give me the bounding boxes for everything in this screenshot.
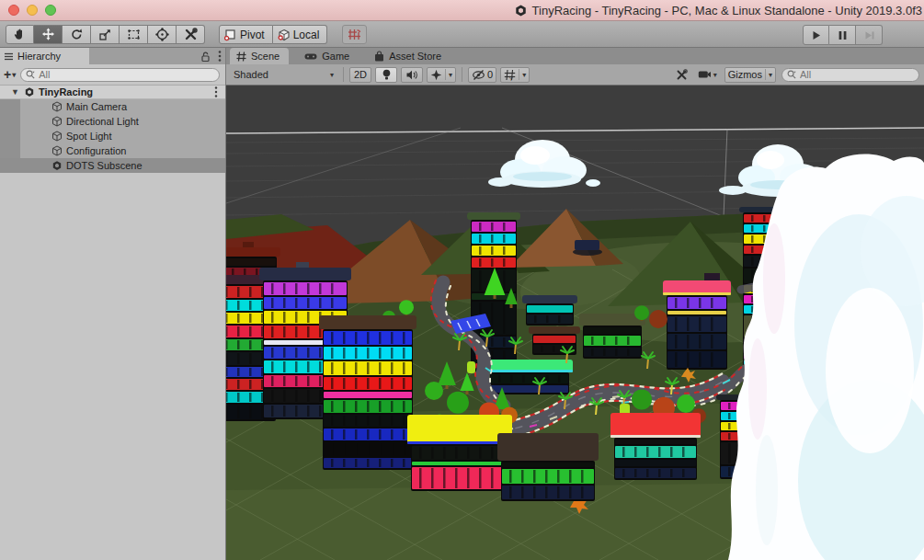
divider: [343, 67, 344, 82]
unity-scene-icon: [24, 86, 35, 97]
hierarchy-item-configuration[interactable]: Configuration: [0, 143, 225, 158]
scene-camera-dropdown[interactable]: ▾: [696, 69, 719, 80]
rect-tool-icon: [126, 27, 142, 42]
list-icon: [4, 51, 14, 62]
speaker-icon: [405, 69, 418, 81]
scene-name: TinyRacing: [39, 85, 93, 99]
hand-icon: [12, 27, 28, 42]
pivot-local-group: Pivot Local: [219, 25, 327, 44]
scene-search-input[interactable]: [800, 69, 913, 80]
window-titlebar: TinyRacing - TinyRacing - PC, Mac & Linu…: [0, 0, 924, 21]
pause-icon: [836, 29, 850, 42]
scene-visibility-button[interactable]: 0: [468, 67, 496, 83]
tab-scene[interactable]: Scene: [230, 48, 289, 64]
transform-icon: [154, 27, 170, 42]
grid-icon: Y: [504, 69, 516, 81]
window-title: TinyRacing - TinyRacing - PC, Mac & Linu…: [514, 2, 922, 19]
tab-asset-store[interactable]: Asset Store: [368, 48, 451, 64]
lighting-toggle-button[interactable]: [375, 67, 397, 83]
step-button[interactable]: [856, 25, 883, 45]
local-cube-icon: [278, 29, 291, 41]
rotate-icon: [69, 27, 85, 42]
expand-triangle-icon[interactable]: ▼: [11, 87, 19, 97]
hierarchy-item-spot-light[interactable]: Spot Light: [0, 129, 225, 143]
unity-scene-icon: [51, 160, 63, 171]
scene-root-row[interactable]: ▼ TinyRacing: [0, 85, 225, 99]
grid-snap-icon: [348, 28, 361, 41]
hand-tool-button[interactable]: [6, 25, 34, 44]
scale-icon: [97, 27, 113, 42]
pause-button[interactable]: [829, 25, 856, 45]
zoom-window-button[interactable]: [45, 5, 56, 16]
cube-icon: [51, 145, 63, 156]
cube-icon: [51, 116, 63, 127]
viewport-canvas[interactable]: [226, 86, 924, 560]
gamepad-icon: [304, 51, 317, 62]
tab-game[interactable]: Game: [298, 48, 359, 64]
search-icon: [786, 69, 797, 80]
custom-tools-button[interactable]: [177, 25, 205, 44]
divider: [445, 69, 446, 80]
camera-icon: [698, 69, 712, 80]
main-toolbar: Pivot Local: [0, 21, 924, 48]
chevron-down-icon: ▾: [449, 71, 452, 79]
cube-icon: [51, 101, 63, 112]
effects-sparkle-icon: [430, 69, 442, 81]
grid-snap-button[interactable]: [342, 25, 367, 44]
divider: [519, 69, 519, 80]
rotate-tool-button[interactable]: [63, 25, 91, 44]
move-tool-button[interactable]: [34, 25, 63, 44]
hidden-count: 0: [487, 69, 493, 80]
pivot-icon: [224, 29, 237, 41]
hierarchy-item-dots-subscene[interactable]: DOTS Subscene: [0, 158, 225, 173]
grid-icon: [236, 51, 246, 62]
effects-dropdown-button[interactable]: ▾: [427, 67, 456, 83]
step-icon: [862, 29, 876, 42]
cube-icon: [51, 131, 63, 142]
hierarchy-search-row: +▾: [0, 64, 225, 85]
chevron-down-icon: ▾: [330, 71, 334, 79]
divider: [462, 67, 462, 82]
transform-tools: [6, 25, 205, 44]
lock-icon[interactable]: [200, 51, 211, 63]
play-controls: [803, 25, 883, 45]
divider: [765, 69, 766, 80]
chevron-down-icon: ▾: [769, 71, 772, 79]
2d-toggle-button[interactable]: 2D: [349, 67, 371, 83]
audio-toggle-button[interactable]: [401, 67, 423, 83]
search-icon: [25, 69, 36, 80]
hierarchy-search-input[interactable]: [39, 69, 213, 80]
scene-panel: Scene Game Asset Store Shaded ▾ 2D: [226, 48, 924, 560]
hierarchy-search-field[interactable]: [20, 68, 220, 82]
kebab-menu-icon[interactable]: [218, 50, 222, 63]
scene-search-field[interactable]: [781, 68, 919, 82]
pivot-toggle-button[interactable]: Pivot: [219, 25, 273, 44]
scale-tool-button[interactable]: [91, 25, 120, 44]
tab-hierarchy[interactable]: Hierarchy: [0, 48, 89, 64]
scene-tabbar: Scene Game Asset Store: [226, 48, 924, 64]
hierarchy-item-main-camera[interactable]: Main Camera: [0, 99, 225, 114]
hierarchy-tabbar: Hierarchy: [0, 48, 225, 64]
traffic-lights: [8, 5, 56, 16]
grid-visibility-button[interactable]: Y ▾: [500, 67, 530, 83]
unity-logo-icon: [514, 4, 528, 17]
gizmos-dropdown-button[interactable]: Gizmos ▾: [724, 67, 776, 83]
play-icon: [809, 29, 823, 42]
kebab-menu-icon[interactable]: [214, 86, 218, 98]
shopping-bag-icon: [374, 51, 384, 62]
local-toggle-button[interactable]: Local: [273, 25, 328, 44]
play-button[interactable]: [803, 25, 829, 45]
hierarchy-item-directional-light[interactable]: Directional Light: [0, 114, 225, 129]
scene-viewport[interactable]: [226, 86, 924, 560]
chevron-down-icon: ▾: [713, 71, 717, 79]
minimize-window-button[interactable]: [27, 5, 38, 16]
draw-mode-dropdown[interactable]: Shaded ▾: [231, 69, 337, 80]
move-icon: [40, 27, 56, 42]
scene-tools-button[interactable]: [673, 68, 690, 82]
wrench-icon: [183, 27, 199, 42]
transform-tool-button[interactable]: [148, 25, 177, 44]
rect-tool-button[interactable]: [120, 25, 148, 44]
close-window-button[interactable]: [8, 5, 19, 16]
lightbulb-icon: [381, 68, 393, 81]
create-object-button[interactable]: +▾: [4, 67, 16, 82]
